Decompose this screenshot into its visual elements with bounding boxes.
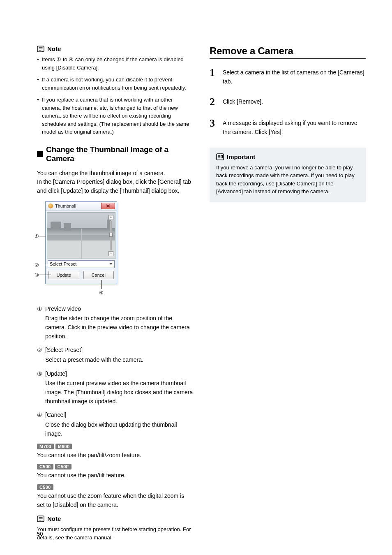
callout-1-number: ① (35, 234, 39, 240)
zoom-in-button[interactable]: + (108, 215, 113, 220)
callout-title: [Select Preset] (45, 346, 193, 355)
zoom-out-button[interactable]: − (108, 251, 113, 256)
preview-lane (81, 229, 82, 259)
square-bullet-icon (37, 151, 43, 157)
callout-body: Preview video Drag the slider to change … (45, 305, 193, 341)
model-badge: M600 (55, 444, 72, 449)
model-badge: M700 (37, 444, 54, 449)
update-button-label: Update (57, 273, 71, 278)
cancel-button[interactable]: Cancel (83, 271, 114, 279)
step-text: Click [Remove]. (223, 97, 366, 107)
note-bullets: •Items ① to ④ can only be changed if the… (37, 56, 193, 136)
callout-desc: Drag the slider to change the zoom posit… (45, 314, 193, 341)
bullet-dot: • (37, 96, 42, 136)
dialog-buttons: Update Cancel (47, 269, 115, 282)
note-icon (37, 516, 44, 522)
callout-num: ③ (37, 370, 45, 406)
close-icon (106, 204, 110, 208)
note-icon (37, 46, 44, 52)
note-bullet-text: Items ① to ④ can only be changed if the … (42, 56, 193, 72)
thumbnail-dialog-wrapper: Thumbnail (37, 201, 123, 284)
callout-3-number: ③ (35, 272, 39, 278)
step-item: 1 Select a camera in the list of cameras… (210, 67, 366, 86)
callout-item: ② [Select Preset] Select a preset made w… (37, 346, 193, 364)
callout-title: [Update] (45, 370, 193, 379)
model-badge: C500 (37, 464, 53, 469)
callout-title: [Cancel] (45, 411, 193, 420)
page: Note •Items ① to ④ can only be changed i… (0, 0, 392, 555)
note-header: Note (37, 515, 193, 522)
callout-item: ④ [Cancel] Close the dialog box without … (37, 411, 193, 438)
callout-4-number: ④ (99, 290, 104, 296)
callout-bottom: ④ (45, 284, 193, 296)
thumbnail-dialog: Thumbnail (45, 201, 117, 284)
note-text: You must configure the presets first bef… (37, 525, 193, 541)
step-text: A message is displayed asking if you wan… (223, 118, 366, 136)
steps-list: 1 Select a camera in the list of cameras… (210, 67, 366, 137)
callout-title: Preview video (45, 305, 193, 314)
zoom-thumb[interactable] (109, 233, 113, 237)
preview-building (51, 222, 61, 229)
important-header: Important (216, 153, 359, 160)
callout-2-line (39, 265, 48, 265)
callout-num: ④ (37, 411, 45, 438)
restriction-text: You cannot use the zoom feature when the… (37, 492, 193, 509)
update-button[interactable]: Update (48, 271, 79, 279)
right-column: Remove a Camera 1 Select a camera in the… (210, 45, 366, 541)
note-label: Note (47, 45, 61, 52)
callout-item: ③ [Update] Use the current preview video… (37, 370, 193, 406)
sub-heading: Change the Thumbnail Image of a Camera (37, 145, 193, 163)
callout-2-number: ② (35, 262, 39, 268)
step-number: 1 (210, 67, 218, 86)
dialog-titlebar: Thumbnail (46, 202, 117, 211)
note-bullet-text: If a camera is not working, you can disa… (42, 76, 193, 92)
step-number: 3 (210, 118, 218, 136)
model-badges: M700 M600 (37, 444, 193, 449)
sub-heading-text: Change the Thumbnail Image of a Camera (46, 145, 193, 163)
note-bullet: •Items ① to ④ can only be changed if the… (37, 56, 193, 72)
callout-num: ② (37, 346, 45, 364)
callout-desc: Use the current preview video as the cam… (45, 379, 193, 406)
model-badges: C500 C50F (37, 464, 193, 469)
dialog-row: Select Preset (47, 259, 115, 269)
cancel-button-label: Cancel (92, 273, 106, 278)
step-text: Select a camera in the list of cameras o… (223, 67, 366, 86)
step-item: 2 Click [Remove]. (210, 97, 366, 107)
restriction-block: M700 M600 You cannot use the pan/tilt/zo… (37, 444, 193, 460)
model-badges: C500 (37, 484, 193, 490)
dialog-body: + − Select Preset (46, 211, 117, 284)
zoom-track[interactable] (110, 221, 112, 250)
callout-item: ① Preview video Drag the slider to chang… (37, 305, 193, 341)
dialog-title: Thumbnail (55, 204, 76, 208)
restriction-block: C500 C50F You cannot use the pan/tilt fe… (37, 464, 193, 480)
page-number: 50 (37, 531, 43, 537)
restriction-text: You cannot use the pan/tilt feature. (37, 471, 193, 480)
callout-descriptions: ① Preview video Drag the slider to chang… (37, 305, 193, 439)
callout-body: [Select Preset] Select a preset made wit… (45, 346, 193, 364)
callout-body: [Cancel] Close the dialog box without up… (45, 411, 193, 438)
important-box: Important If you remove a camera, you wi… (210, 148, 366, 202)
preview-building (64, 223, 71, 231)
preview-video[interactable]: + − (47, 212, 115, 259)
zoom-slider[interactable]: + − (108, 215, 113, 256)
callout-1-line (39, 236, 46, 236)
callout-desc: Close the dialog box without updating th… (45, 421, 193, 438)
important-icon (216, 153, 224, 160)
dialog-title-group: Thumbnail (48, 204, 76, 208)
select-preset-label: Select Preset (50, 261, 76, 266)
svg-point-14 (221, 157, 222, 158)
callout-num: ① (37, 305, 45, 341)
two-column-layout: Note •Items ① to ④ can only be changed i… (37, 45, 367, 541)
note-bullet: •If a camera is not working, you can dis… (37, 76, 193, 92)
step-item: 3 A message is displayed asking if you w… (210, 118, 366, 136)
note-bullet: •If you replace a camera that is not wor… (37, 96, 193, 136)
left-column: Note •Items ① to ④ can only be changed i… (37, 45, 193, 541)
callout-4-line (101, 280, 101, 289)
close-button[interactable] (101, 203, 115, 209)
callout-3-line (39, 275, 51, 275)
note-block-2: Note You must configure the presets firs… (37, 515, 193, 541)
model-badge: C50F (55, 464, 71, 469)
select-preset-dropdown[interactable]: Select Preset (48, 260, 115, 268)
important-label: Important (227, 153, 255, 160)
camera-app-icon (48, 204, 53, 208)
